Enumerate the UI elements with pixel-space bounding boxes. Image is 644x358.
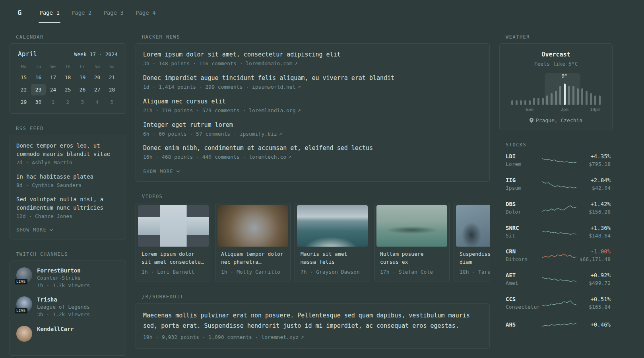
rss-item: Sed volutpat nulla nisl, a condimentum n… bbox=[16, 195, 119, 220]
stocks-list: LDILorem +4.35%$795.18 IIGIpsum +2.84%$4… bbox=[499, 153, 613, 331]
stock-row[interactable]: DBSDolor +1.42%$156.28 bbox=[499, 201, 613, 216]
stock-price: $148.64 bbox=[576, 232, 611, 240]
video-title: Lorem ipsum dolor sit amet consectetu… bbox=[142, 250, 205, 266]
calendar-date-next-month: 3 bbox=[75, 96, 90, 108]
video-title: Aliquam tempor dolor nec pharetra… bbox=[221, 250, 285, 266]
weather-feels-like: Feels like 5°C bbox=[507, 61, 605, 67]
video-card[interactable]: Suspendisse sodales diam 18h · Tara bbox=[454, 203, 490, 282]
rss-item-link[interactable]: Sed volutpat nulla nisl, a condimentum n… bbox=[16, 195, 119, 212]
hn-item-link[interactable]: Lorem ipsum dolor sit amet, consectetur … bbox=[143, 51, 482, 58]
stock-row[interactable]: CCSConsectetur +0.51%$165.84 bbox=[499, 296, 613, 311]
rss-show-more-button[interactable]: SHOW MORE bbox=[16, 226, 53, 233]
video-thumbnail bbox=[297, 205, 368, 247]
calendar-month: April bbox=[18, 50, 37, 58]
middle-column: HACKER NEWS Lorem ipsum dolor sit amet, … bbox=[136, 34, 490, 358]
channel-game: League of Legends bbox=[37, 304, 90, 310]
stock-row[interactable]: AHS +0.46% bbox=[499, 320, 613, 331]
hn-item-domain-link[interactable]: loremdomain.com↗ bbox=[246, 60, 298, 66]
hn-show-more-button[interactable]: SHOW MORE bbox=[143, 168, 180, 174]
weather-bars bbox=[511, 82, 601, 105]
calendar-widget: CALENDAR April Week 17 · 2024 Mo Tu We T… bbox=[10, 34, 126, 114]
channel-name: Trisha bbox=[37, 296, 90, 303]
channel-avatar-image bbox=[16, 326, 32, 342]
stock-name: Consectetur bbox=[506, 304, 542, 311]
hn-item: Donec imperdiet augue tincidunt felis al… bbox=[143, 74, 482, 91]
day-name: Sa bbox=[90, 62, 105, 72]
hn-item-link[interactable]: Donec enim nibh, condimentum et accumsan… bbox=[143, 144, 482, 152]
stock-price: $156.28 bbox=[576, 208, 611, 216]
stock-row[interactable]: IIGIpsum +2.84%$42.04 bbox=[499, 177, 613, 192]
calendar-date-today: 23 bbox=[31, 84, 46, 95]
rss-item-meta: 7d · Ashlyn Martin bbox=[16, 159, 119, 167]
stock-change: +1.36% bbox=[576, 225, 611, 231]
subreddit-post-link[interactable]: Maecenas mollis pulvinar erat non posuer… bbox=[143, 311, 482, 331]
stock-change: +0.51% bbox=[576, 296, 611, 302]
stock-ticker: CCS bbox=[506, 296, 542, 302]
calendar-date: 26 bbox=[75, 84, 90, 95]
stock-row[interactable]: CRNBitcorn -1.00%$66,171.48 bbox=[499, 248, 613, 263]
time-label: 2pm bbox=[561, 107, 568, 112]
stock-row[interactable]: AETAmet +0.92%$499.72 bbox=[499, 272, 613, 287]
stock-ticker: CRN bbox=[506, 248, 542, 255]
video-meta: 7h · Grayson Dawson bbox=[301, 268, 364, 276]
stock-ticker: SNRC bbox=[506, 225, 542, 231]
stock-price: $499.72 bbox=[576, 280, 611, 287]
calendar-date: 30 bbox=[31, 96, 46, 108]
external-link-icon: ↗ bbox=[297, 108, 301, 113]
stock-name: Lorem bbox=[506, 161, 542, 168]
twitch-channel[interactable]: LIVE ForrestBurton Counter-Strike 1h · 1… bbox=[16, 267, 119, 290]
hn-item-domain-link[interactable]: ipsumworld.net↗ bbox=[252, 84, 301, 90]
video-row: Lorem ipsum dolor sit amet consectetu… 1… bbox=[136, 203, 490, 282]
hn-item-link[interactable]: Donec imperdiet augue tincidunt felis al… bbox=[143, 74, 482, 82]
stock-row[interactable]: SNRCSit +1.36%$148.64 bbox=[499, 225, 613, 240]
hn-item-domain-link[interactable]: loremtech.co↗ bbox=[249, 154, 291, 160]
hn-item-link[interactable]: Integer eget rutrum lorem bbox=[143, 121, 482, 128]
video-title: Suspendisse sodales diam bbox=[460, 250, 490, 266]
video-card[interactable]: Mauris sit amet massa felis 7h · Grayson… bbox=[295, 203, 370, 282]
avatar: LIVE bbox=[16, 267, 32, 283]
calendar-date: 19 bbox=[75, 72, 90, 83]
stock-name: Amet bbox=[506, 280, 542, 287]
hn-item-link[interactable]: Aliquam nec cursus elit bbox=[143, 98, 482, 105]
video-thumbnail bbox=[456, 205, 490, 247]
subreddit-widget-title: /R/SUBREDDIT bbox=[142, 294, 490, 300]
rss-item-link[interactable]: Donec tempor eros leo, ut commodo mauris… bbox=[16, 142, 119, 158]
right-column: WEATHER Overcast Feels like 5°C 9° 6am 2… bbox=[499, 34, 613, 343]
subreddit-domain-link[interactable]: loremnet.xyz↗ bbox=[261, 334, 304, 340]
stock-sparkline bbox=[542, 320, 576, 331]
stock-row[interactable]: LDILorem +4.35%$795.18 bbox=[499, 153, 613, 168]
calendar-date-next-month: 5 bbox=[105, 96, 119, 108]
tab-page-3[interactable]: Page 3 bbox=[103, 0, 124, 25]
nav-divider bbox=[30, 8, 30, 17]
tab-page-1[interactable]: Page 1 bbox=[39, 0, 60, 25]
twitch-channel[interactable]: LIVE Trisha League of Legends 3h · 1.2k … bbox=[16, 296, 119, 319]
app-logo[interactable]: G bbox=[17, 9, 21, 17]
tab-page-2[interactable]: Page 2 bbox=[71, 0, 93, 25]
video-meta: 17h · Stefan Cole bbox=[380, 268, 444, 276]
hn-item-domain-link[interactable]: ipsumify.biz↗ bbox=[240, 131, 282, 137]
stock-sparkline bbox=[542, 274, 576, 285]
hn-item-meta: 21h · 710 points · 579 comments · bbox=[143, 107, 246, 113]
video-card[interactable]: Aliquam tempor dolor nec pharetra… 1h · … bbox=[215, 203, 291, 282]
day-name: Mo bbox=[16, 62, 31, 72]
video-card[interactable]: Nullam posuere cursus ex 17h · Stefan Co… bbox=[374, 203, 450, 282]
calendar-card: April Week 17 · 2024 Mo Tu We Th Fr Sa S… bbox=[10, 43, 126, 114]
subreddit-card: Maecenas mollis pulvinar erat non posuer… bbox=[136, 303, 490, 349]
weather-card: Overcast Feels like 5°C 9° 6am 2pm 10pm bbox=[499, 43, 613, 130]
live-badge: LIVE bbox=[15, 279, 27, 284]
calendar-date: 21 bbox=[105, 72, 119, 83]
twitch-channel[interactable]: KendallCarr bbox=[16, 326, 119, 342]
video-card[interactable]: Lorem ipsum dolor sit amet consectetu… 1… bbox=[136, 203, 211, 282]
stock-change: +4.35% bbox=[576, 153, 611, 160]
calendar-date: 16 bbox=[31, 72, 46, 83]
hn-item: Aliquam nec cursus elit 21h · 710 points… bbox=[143, 98, 482, 115]
stock-name: Dolor bbox=[506, 208, 542, 216]
time-label: 6am bbox=[526, 107, 533, 112]
tab-page-4[interactable]: Page 4 bbox=[135, 0, 157, 25]
hn-item-domain-link[interactable]: loremlandia.org↗ bbox=[249, 107, 301, 113]
rss-item-link[interactable]: In hac habitasse platea bbox=[16, 173, 119, 181]
hn-item: Integer eget rutrum lorem 6h · 60 points… bbox=[143, 121, 482, 138]
rss-item: In hac habitasse platea 8d · Cynthia Sau… bbox=[16, 173, 119, 189]
stock-sparkline bbox=[542, 203, 576, 214]
calendar-date: 28 bbox=[105, 84, 119, 95]
